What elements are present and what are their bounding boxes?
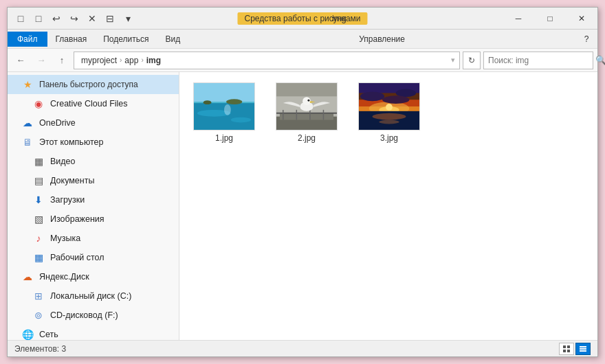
search-input[interactable] — [484, 56, 595, 65]
sidebar-item-label: Загрузки — [50, 195, 85, 205]
tb-icon-redo[interactable]: ↪ — [67, 11, 82, 26]
svg-point-19 — [307, 100, 309, 102]
svg-rect-34 — [563, 345, 566, 348]
window-controls: ─ □ ✕ — [503, 8, 597, 29]
back-button[interactable]: ← — [12, 52, 30, 69]
menubar: Файл Главная Поделиться Вид Управление ? — [8, 30, 597, 49]
close-button[interactable]: ✕ — [566, 8, 597, 30]
menu-file[interactable]: Файл — [8, 32, 47, 47]
svg-point-5 — [226, 99, 242, 104]
tb-icon-delete[interactable]: ✕ — [85, 11, 100, 26]
sidebar-item-quick-access[interactable]: ★ Панель быстрого доступа — [8, 75, 179, 94]
help-button[interactable]: ? — [575, 30, 597, 49]
up-button[interactable]: ↑ — [53, 52, 71, 69]
view-buttons — [559, 343, 591, 355]
tb-icon-pin[interactable]: ⊟ — [102, 11, 118, 26]
context-tab-label: Средства работы с рисунками — [237, 12, 367, 25]
svg-point-4 — [231, 117, 251, 123]
sidebar-item-network[interactable]: 🌐 Сеть — [8, 325, 179, 340]
video-icon: ▦ — [32, 155, 45, 168]
sidebar-item-video[interactable]: ▦ Видео — [8, 152, 179, 171]
svg-point-7 — [224, 104, 231, 115]
statusbar: Элементов: 3 — [8, 340, 597, 356]
svg-point-18 — [302, 97, 311, 105]
maximize-button[interactable]: □ — [534, 8, 566, 30]
sidebar-item-onedrive[interactable]: ☁ OneDrive — [8, 113, 179, 133]
tb-icon-undo[interactable]: ↩ — [49, 11, 64, 26]
sidebar-item-local-disk[interactable]: ⊞ Локальный диск (C:) — [8, 286, 179, 306]
svg-point-30 — [382, 95, 409, 104]
files-grid: 1.jpg — [190, 82, 587, 143]
file-name: 2.jpg — [298, 133, 316, 143]
sidebar-item-music[interactable]: ♪ Музыка — [8, 229, 179, 248]
svg-rect-39 — [580, 348, 586, 350]
svg-point-27 — [386, 104, 393, 111]
menu-share[interactable]: Поделиться — [95, 32, 157, 47]
grid-view-button[interactable] — [559, 343, 574, 355]
file-area: 1.jpg — [179, 72, 597, 340]
thumbnail-sea — [194, 82, 254, 130]
sidebar-item-desktop[interactable]: ▦ Рабочий стол — [8, 248, 179, 267]
download-icon: ⬇ — [32, 194, 45, 206]
search-box: 🔍 — [483, 52, 593, 69]
tb-icon-more[interactable]: ▾ — [120, 11, 135, 26]
sidebar-item-label: Яндекс.Диск — [39, 272, 89, 282]
tb-icon-1[interactable]: □ — [13, 11, 28, 26]
grid-icon — [562, 345, 571, 353]
desktop-icon: ▦ — [32, 251, 45, 264]
titlebar: □ □ ↩ ↪ ✕ ⊟ ▾ Средства работы с рисункам… — [8, 8, 597, 30]
svg-point-6 — [204, 100, 212, 104]
sidebar-item-label: OneDrive — [39, 118, 76, 128]
svg-point-28 — [360, 91, 384, 101]
yadisk-icon: ☁ — [21, 271, 34, 283]
pc-icon: 🖥 — [21, 136, 34, 148]
svg-rect-11 — [280, 113, 333, 120]
tb-icon-2[interactable]: □ — [31, 11, 46, 26]
thumbnail-sunset — [359, 82, 419, 130]
address-bar: ← → ↑ myproject › app › img ▾ ↻ 🔍 — [8, 49, 597, 72]
list-item[interactable]: 2.jpg — [272, 82, 341, 143]
addr-part-current[interactable]: img — [144, 56, 164, 65]
file-thumbnail — [358, 82, 420, 130]
svg-rect-38 — [580, 346, 586, 348]
refresh-button[interactable]: ↻ — [463, 52, 481, 69]
minimize-button[interactable]: ─ — [503, 8, 534, 30]
file-name: 3.jpg — [380, 133, 398, 143]
sidebar-item-label: Локальный диск (C:) — [50, 291, 131, 301]
sidebar-item-label: Панель быстрого доступа — [39, 80, 138, 89]
sidebar-item-cd-drive[interactable]: ⊚ CD-дисковод (F:) — [8, 306, 179, 325]
music-icon: ♪ — [32, 232, 45, 244]
sidebar-item-label: Этот компьютер — [39, 137, 103, 147]
menu-view[interactable]: Вид — [157, 32, 188, 47]
search-icon[interactable]: 🔍 — [595, 52, 605, 69]
list-view-button[interactable] — [575, 343, 591, 355]
docs-icon: ▤ — [32, 174, 45, 187]
sidebar-item-creative-cloud[interactable]: ◉ Creative Cloud Files — [8, 94, 179, 113]
sidebar-item-label: Рабочий стол — [50, 253, 104, 262]
menu-manage[interactable]: Управление — [349, 32, 415, 47]
explorer-window: □ □ ↩ ↪ ✕ ⊟ ▾ Средства работы с рисункам… — [7, 7, 598, 357]
sidebar-item-downloads[interactable]: ⬇ Загрузки — [8, 190, 179, 209]
svg-rect-2 — [194, 103, 254, 130]
sidebar-item-label: Изображения — [50, 214, 104, 224]
menu-home[interactable]: Главная — [47, 32, 96, 47]
sidebar-item-yadisk[interactable]: ☁ Яндекс.Диск — [8, 267, 179, 286]
status-text: Элементов: 3 — [14, 344, 66, 354]
list-item[interactable]: 1.jpg — [190, 82, 258, 143]
sidebar-item-images[interactable]: ▧ Изображения — [8, 209, 179, 229]
list-item[interactable]: 3.jpg — [355, 82, 424, 143]
svg-rect-36 — [563, 350, 566, 352]
forward-button[interactable]: → — [32, 52, 50, 69]
addr-part-root[interactable]: myproject — [78, 56, 120, 65]
svg-rect-40 — [580, 350, 586, 352]
cc-icon: ◉ — [32, 98, 45, 110]
onedrive-icon: ☁ — [21, 117, 34, 129]
sidebar-item-this-pc[interactable]: 🖥 Этот компьютер — [8, 133, 179, 152]
address-input[interactable]: myproject › app › img ▾ — [74, 52, 460, 69]
network-icon: 🌐 — [21, 328, 34, 340]
cd-icon: ⊚ — [32, 309, 45, 321]
sidebar-item-label: Видео — [50, 157, 76, 166]
thumbnail-bird — [276, 82, 337, 130]
addr-part-app[interactable]: app — [122, 56, 141, 65]
sidebar-item-documents[interactable]: ▤ Документы — [8, 171, 179, 190]
